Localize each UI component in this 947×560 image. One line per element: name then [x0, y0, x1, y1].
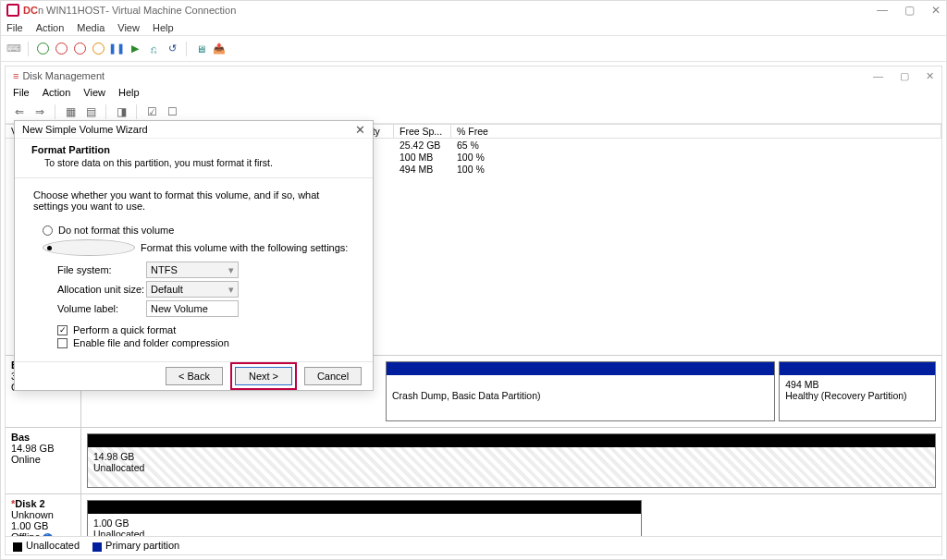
- radio-label: Format this volume with the following se…: [141, 242, 348, 253]
- turnoff-icon[interactable]: [54, 42, 68, 56]
- disk-status: Online: [11, 454, 75, 465]
- partition-info[interactable]: 494 MB Healthy (Recovery Partition): [780, 375, 935, 420]
- minimize-button[interactable]: —: [877, 4, 888, 17]
- vm-menu-media[interactable]: Media: [77, 22, 105, 33]
- dialog-footer: < Back Next > Cancel: [15, 361, 373, 390]
- col-pctfree[interactable]: % Free: [451, 125, 941, 138]
- vm-title-highlight: DC: [23, 5, 38, 16]
- legend: Unallocated Primary partition: [6, 536, 941, 554]
- revert-icon[interactable]: ↺: [165, 42, 179, 56]
- cancel-button[interactable]: Cancel: [304, 367, 362, 385]
- disk-type: Unknown: [11, 509, 75, 520]
- filesystem-label: File system:: [57, 264, 146, 275]
- partition-status: Healthy (Recovery Partition): [785, 390, 929, 401]
- partition-info[interactable]: 14.98 GB Unallocated: [88, 447, 935, 487]
- vm-icon: [6, 4, 19, 17]
- dialog-heading: Format Partition: [31, 144, 356, 155]
- reset-icon[interactable]: ▶: [128, 42, 142, 56]
- props-icon[interactable]: ▤: [82, 103, 99, 120]
- checkbox-label: Enable file and folder compression: [73, 337, 229, 348]
- save-icon[interactable]: [91, 42, 105, 56]
- disk-row-2[interactable]: *Disk 2 Unknown 1.00 GB Offlinei 1.00 GB…: [6, 494, 941, 536]
- disk-label: Disk 2: [15, 498, 44, 509]
- list-icon[interactable]: ☐: [164, 103, 180, 120]
- dm-minimize-button[interactable]: —: [873, 70, 883, 82]
- radio-format[interactable]: Format this volume with the following se…: [43, 239, 354, 256]
- partition-status: Unallocated: [93, 462, 929, 473]
- dialog-subheading: To store data on this partition, you mus…: [44, 157, 356, 168]
- legend-unallocated: Unallocated: [13, 540, 80, 551]
- pause-icon[interactable]: ❚❚: [109, 42, 124, 56]
- dm-menubar: File Action View Help: [6, 85, 941, 100]
- radio-no-format[interactable]: Do not format this volume: [43, 225, 354, 236]
- dm-maximize-button[interactable]: ▢: [900, 70, 909, 82]
- dm-title: Disk Management: [22, 70, 105, 81]
- next-button[interactable]: Next >: [235, 367, 292, 385]
- dialog-body: Choose whether you want to format this v…: [15, 178, 373, 361]
- vm-title-mid: n WIN11HOST: [38, 5, 105, 16]
- filesystem-select[interactable]: NTFS▾: [146, 262, 239, 278]
- instruction-text: Choose whether you want to format this v…: [33, 189, 354, 212]
- partition-info[interactable]: 1.00 GB Unallocated: [88, 514, 641, 536]
- next-button-highlight: Next >: [230, 362, 297, 390]
- enhanced-icon[interactable]: 🖥: [193, 42, 208, 56]
- dm-menu-action[interactable]: Action: [43, 87, 71, 98]
- forward-icon[interactable]: ⇒: [31, 103, 48, 120]
- dialog-header: Format Partition To store data on this p…: [15, 139, 373, 178]
- checkbox-label: Perform a quick format: [73, 324, 176, 335]
- vm-title-suffix: - Virtual Machine Connection: [105, 5, 236, 16]
- col-freespace[interactable]: Free Sp...: [394, 125, 451, 138]
- partition-status: Crash Dump, Basic Data Partition): [392, 390, 769, 401]
- checkpoint-icon[interactable]: ⎌: [146, 42, 161, 56]
- checkbox-icon: [57, 338, 68, 348]
- allocation-select[interactable]: Default▾: [146, 281, 239, 298]
- allocation-label: Allocation unit size:: [57, 284, 146, 295]
- checkbox-icon: ✓: [57, 325, 68, 335]
- dm-close-button[interactable]: ✕: [926, 70, 934, 82]
- close-button[interactable]: ✕: [931, 4, 941, 17]
- dm-menu-help[interactable]: Help: [118, 87, 140, 98]
- dm-titlebar: ≡ Disk Management — ▢ ✕: [6, 67, 941, 85]
- shutdown-icon[interactable]: [72, 42, 87, 56]
- disk-info: Bas 14.98 GB Online: [6, 428, 81, 493]
- vm-menu-file[interactable]: File: [6, 22, 23, 33]
- help-icon[interactable]: ◨: [113, 103, 129, 120]
- vm-menu-help[interactable]: Help: [153, 22, 174, 33]
- disk-label: Bas: [11, 432, 75, 443]
- vm-toolbar: ⌨ ❚❚ ▶ ⎌ ↺ 🖥 📤: [1, 36, 946, 62]
- cell-free: 100 MB: [394, 151, 451, 163]
- volumelabel-label: Volume label:: [57, 303, 146, 314]
- dm-menu-view[interactable]: View: [83, 87, 105, 98]
- back-icon[interactable]: ⇐: [11, 103, 28, 120]
- disk-info: *Disk 2 Unknown 1.00 GB Offlinei: [6, 494, 81, 536]
- dialog-close-button[interactable]: ✕: [355, 123, 365, 137]
- vm-menu-view[interactable]: View: [117, 22, 140, 33]
- vm-menubar: File Action Media View Help: [1, 19, 946, 36]
- dm-menu-file[interactable]: File: [13, 87, 30, 98]
- vm-menu-action[interactable]: Action: [36, 22, 65, 33]
- legend-primary: Primary partition: [92, 540, 179, 551]
- partition-size: 1.00 GB: [93, 517, 635, 529]
- refresh-icon[interactable]: ▦: [62, 103, 79, 120]
- chevron-down-icon: ▾: [228, 264, 234, 276]
- ctrlaltdel-icon[interactable]: ⌨: [6, 42, 21, 56]
- dialog-titlebar[interactable]: New Simple Volume Wizard ✕: [15, 121, 373, 139]
- radio-label: Do not format this volume: [58, 225, 174, 236]
- new-simple-volume-wizard: New Simple Volume Wizard ✕ Format Partit…: [14, 120, 374, 391]
- radio-icon: [43, 225, 53, 236]
- start-icon[interactable]: [35, 42, 50, 56]
- checkbox-compression[interactable]: Enable file and folder compression: [57, 337, 354, 348]
- disk-row-1[interactable]: Bas 14.98 GB Online 14.98 GB Unallocated: [6, 428, 941, 494]
- checkbox-quickformat[interactable]: ✓ Perform a quick format: [57, 324, 354, 335]
- partition-status: Unallocated: [93, 529, 635, 536]
- rescan-icon[interactable]: ☑: [143, 103, 160, 120]
- share-icon[interactable]: 📤: [212, 42, 227, 56]
- cell-pf: 65 %: [451, 139, 941, 151]
- partition-info[interactable]: Crash Dump, Basic Data Partition): [387, 375, 774, 420]
- diskmgmt-icon: ≡: [13, 70, 18, 81]
- volumelabel-input[interactable]: New Volume: [146, 300, 239, 317]
- back-button[interactable]: < Back: [166, 367, 223, 385]
- cell-pf: 100 %: [451, 151, 941, 163]
- dialog-title: New Simple Volume Wizard: [22, 124, 148, 135]
- maximize-button[interactable]: ▢: [904, 4, 915, 17]
